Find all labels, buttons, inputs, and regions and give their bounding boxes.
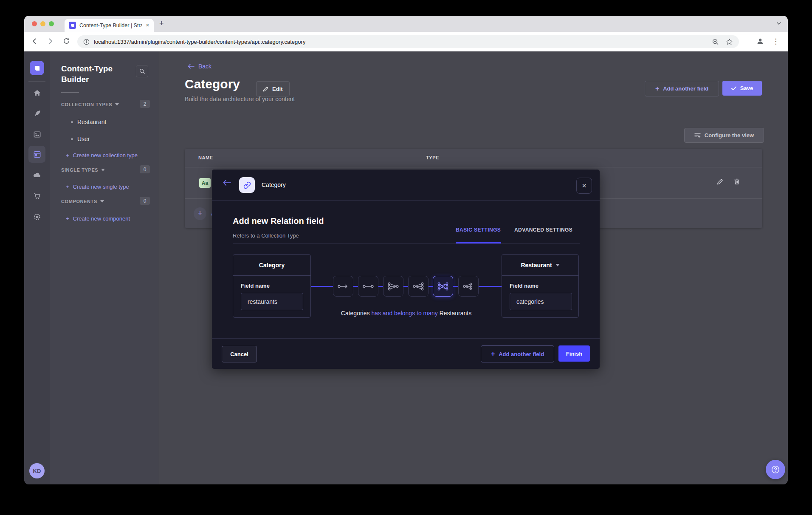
components-count: 0 (140, 197, 150, 205)
relation-many-to-many-button[interactable] (433, 276, 453, 297)
modal-divider (233, 243, 580, 244)
create-component-link[interactable]: + Create new component (66, 215, 130, 222)
tab-strip: Content-Type Builder | Strapi ✕ + (24, 16, 788, 32)
section-components[interactable]: COMPONENTS (61, 199, 104, 204)
browser-menu-icon[interactable]: ⋮ (772, 37, 779, 46)
back-link[interactable]: Back (188, 63, 211, 70)
finish-button[interactable]: Finish (558, 345, 590, 362)
sidebar-item-restaurant[interactable]: Restaurant (71, 119, 106, 125)
tab-list-chevron-icon[interactable] (776, 20, 782, 26)
content-type-builder-icon[interactable] (24, 146, 50, 163)
window-zoom-button[interactable] (49, 21, 54, 26)
modal-footer: Cancel + Add another field Finish (212, 338, 600, 369)
address-bar[interactable]: localhost:1337/admin/plugins/content-typ… (77, 35, 739, 48)
section-single-types[interactable]: SINGLE TYPES (61, 167, 105, 173)
column-type: TYPE (426, 155, 439, 160)
new-tab-button[interactable]: + (159, 19, 164, 28)
button-label: Configure the view (705, 132, 754, 139)
pencil-icon (263, 86, 268, 92)
media-library-icon[interactable] (24, 126, 50, 143)
back-arrow-icon (188, 64, 195, 69)
tab-title: Content-Type Builder | Strapi (79, 23, 142, 28)
browser-reload-icon[interactable] (62, 37, 70, 45)
create-single-type-link[interactable]: + Create new single type (66, 184, 129, 190)
help-button[interactable] (766, 460, 785, 479)
page-subtitle: Build the data architecture of your cont… (185, 96, 295, 102)
item-label: Restaurant (77, 119, 106, 125)
plus-icon: + (66, 152, 69, 158)
user-avatar[interactable]: KD (29, 463, 45, 478)
link-label: Create new collection type (73, 152, 138, 158)
caption-verb: has and belongs to many (371, 310, 437, 317)
content-manager-feather-icon[interactable] (24, 105, 50, 122)
relation-one-way-button[interactable] (333, 276, 353, 297)
edit-button[interactable]: Edit (256, 81, 290, 96)
browser-back-icon[interactable] (30, 37, 39, 45)
search-button[interactable] (136, 65, 148, 77)
relation-many-way-button[interactable] (458, 276, 479, 297)
modal-header: Category ✕ (212, 170, 600, 201)
caption-object: Restaurants (438, 310, 471, 317)
relation-caption: Categories has and belongs to many Resta… (233, 310, 580, 317)
target-card-dropdown[interactable]: Restaurant (502, 255, 578, 276)
card-title-label: Restaurant (521, 262, 552, 269)
strapi-favicon-icon (69, 22, 76, 29)
bullet-icon (71, 121, 73, 123)
table-header-row: NAME TYPE (185, 149, 762, 167)
card-title-label: Category (259, 262, 285, 269)
target-card: Restaurant Field name categories (502, 254, 579, 318)
relation-modal: Category ✕ Add new Relation field Refers… (212, 170, 600, 369)
tab-advanced-settings[interactable]: ADVANCED SETTINGS (514, 227, 572, 233)
source-card: Category Field name restaurants (233, 254, 311, 318)
marketplace-cart-icon[interactable] (24, 187, 50, 204)
relation-one-to-one-button[interactable] (358, 276, 378, 297)
section-collection-types[interactable]: COLLECTION TYPES (61, 102, 119, 107)
screenshot-stage: Content-Type Builder | Strapi ✕ + (0, 0, 812, 515)
strapi-logo-icon[interactable] (30, 61, 44, 75)
source-field-input[interactable]: restaurants (241, 293, 303, 310)
browser-forward-icon[interactable] (46, 37, 55, 45)
relation-one-to-many-button[interactable] (383, 276, 403, 297)
plus-circle-icon: + (194, 207, 206, 220)
browser-tab[interactable]: Content-Type Builder | Strapi ✕ (65, 19, 154, 32)
zoom-page-icon[interactable] (712, 38, 719, 45)
cancel-button[interactable]: Cancel (222, 346, 257, 362)
delete-field-icon[interactable] (734, 178, 740, 185)
modal-subtitle: Refers to a Collection Type (233, 232, 299, 239)
bookmark-star-icon[interactable] (726, 38, 733, 45)
plus-icon: + (491, 350, 495, 358)
tab-basic-settings[interactable]: BASIC SETTINGS (456, 227, 501, 233)
modal-back-icon[interactable] (223, 180, 231, 186)
target-field-input[interactable]: categories (510, 293, 572, 310)
column-name: NAME (198, 155, 213, 160)
sidebar-item-user[interactable]: User (71, 136, 90, 142)
chevron-down-icon (115, 103, 119, 106)
browser-profile-icon[interactable] (756, 37, 764, 45)
modal-close-button[interactable]: ✕ (576, 178, 592, 194)
back-label: Back (198, 63, 211, 70)
site-info-icon[interactable] (83, 39, 90, 45)
create-collection-type-link[interactable]: + Create new collection type (66, 152, 138, 158)
tab-close-icon[interactable]: ✕ (146, 23, 149, 28)
button-label: Save (740, 85, 753, 91)
window-minimize-button[interactable] (40, 21, 45, 26)
save-button[interactable]: Save (722, 81, 762, 96)
relation-many-to-one-button[interactable] (408, 276, 429, 297)
window-close-button[interactable] (32, 21, 37, 26)
configure-view-button[interactable]: Configure the view (684, 128, 764, 143)
button-label: Add another field (663, 85, 708, 92)
settings-gear-icon[interactable] (24, 208, 50, 225)
url-text[interactable]: localhost:1337/admin/plugins/content-typ… (94, 39, 305, 45)
url-bar: localhost:1337/admin/plugins/content-typ… (24, 32, 788, 52)
edit-field-icon[interactable] (717, 178, 723, 185)
plus-icon: + (655, 85, 659, 93)
source-card-title: Category (233, 255, 310, 276)
cloud-icon[interactable] (24, 167, 50, 184)
source-field-label: Field name (241, 283, 270, 289)
plus-icon: + (66, 184, 69, 190)
add-another-field-button[interactable]: + Add another field (645, 81, 719, 96)
single-types-count: 0 (140, 165, 150, 173)
page-title: Category (185, 77, 240, 91)
modal-add-another-field-button[interactable]: + Add another field (481, 345, 554, 362)
home-icon[interactable] (24, 84, 50, 101)
